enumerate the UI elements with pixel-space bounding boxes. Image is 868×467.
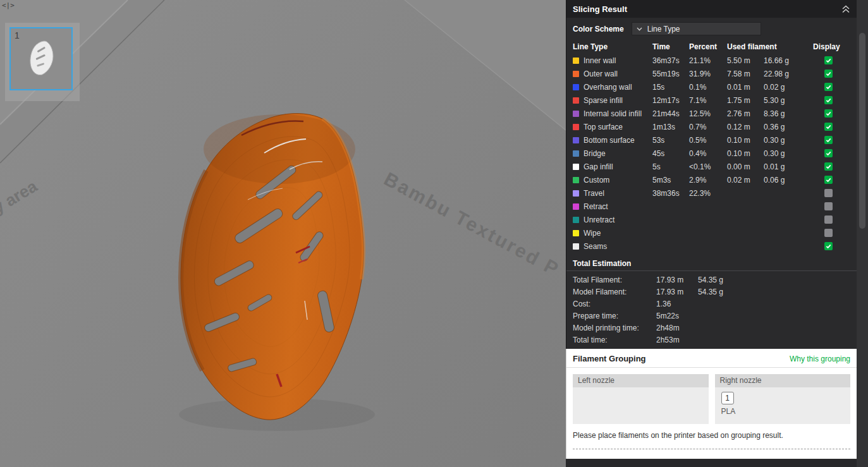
color-scheme-dropdown[interactable]: Line Type [632, 22, 761, 35]
line-type-label: Overhang wall [584, 83, 632, 92]
line-type-color-swatch [573, 58, 579, 64]
line-type-row: Retract [566, 200, 857, 213]
filament-badge[interactable]: 1 [721, 392, 734, 404]
line-type-label: Internal solid infill [584, 109, 642, 118]
line-type-label: Travel [584, 189, 604, 198]
estimation-row: Model printing time:2h48m [566, 322, 857, 334]
line-type-name: Overhang wall [573, 83, 652, 92]
line-type-label: Bridge [584, 149, 606, 158]
line-type-name: Sparse infill [573, 96, 652, 105]
display-checkbox[interactable] [824, 189, 833, 197]
plate-number: 1 [15, 30, 20, 40]
line-type-name: Custom [573, 176, 652, 185]
color-scheme-row: Color Scheme Line Type [566, 18, 857, 39]
display-cell [813, 136, 850, 144]
line-type-meters: 0.00 m [727, 162, 764, 171]
left-nozzle-box: Left nozzle [573, 374, 709, 424]
display-checkbox[interactable] [824, 149, 833, 157]
display-cell [813, 149, 850, 157]
slicer-app-window: Bambu Textured P y area <|> [0, 0, 868, 467]
line-type-row: Inner wall36m37s21.1%5.50 m16.66 g [566, 54, 857, 67]
line-type-time: 36m37s [652, 56, 689, 65]
line-type-grams: 0.30 g [764, 136, 813, 145]
grouping-note: Please place filaments on the printer ba… [566, 424, 857, 440]
estimation-value-1: 5m22s [656, 312, 698, 320]
display-checkbox[interactable] [824, 96, 833, 104]
line-type-meters: 1.75 m [727, 96, 764, 105]
header-percent: Percent [689, 42, 727, 51]
line-type-meters: 5.50 m [727, 56, 764, 65]
line-type-row: Unretract [566, 213, 857, 226]
line-type-time: 38m36s [652, 189, 689, 198]
line-type-grams: 16.66 g [764, 56, 813, 65]
display-checkbox[interactable] [824, 56, 833, 64]
line-type-meters: 0.02 m [727, 176, 764, 185]
line-type-time: 55m19s [652, 70, 689, 78]
estimation-value-1: 17.93 m [656, 288, 698, 296]
filament-grouping-panel: Filament Grouping Why this grouping Left… [566, 349, 857, 459]
display-checkbox[interactable] [824, 70, 833, 78]
line-type-grams: 8.36 g [764, 109, 813, 118]
line-type-time: 45s [652, 149, 689, 158]
line-type-percent: 12.5% [689, 109, 727, 118]
display-checkbox[interactable] [824, 123, 833, 131]
display-cell [813, 229, 850, 237]
display-checkbox[interactable] [824, 83, 833, 91]
line-type-grams: 5.30 g [764, 96, 813, 105]
header-line-type: Line Type [573, 42, 652, 51]
check-icon [826, 150, 831, 156]
display-checkbox[interactable] [824, 109, 833, 118]
plate-thumbnail[interactable]: 1 [9, 27, 73, 90]
check-icon [826, 124, 831, 130]
estimation-label: Total time: [573, 336, 656, 344]
header-display: Display [813, 42, 852, 51]
chevron-down-icon [637, 27, 642, 31]
line-type-row: Outer wall55m19s31.9%7.58 m22.98 g [566, 67, 857, 80]
collapse-panel-button[interactable] [841, 5, 850, 13]
filament-grouping-header: Filament Grouping Why this grouping [566, 349, 857, 368]
slicing-result-panel: Slicing Result Color Scheme Line Type Li… [566, 0, 857, 349]
line-type-color-swatch [573, 190, 579, 197]
estimation-value-1: 17.93 m [656, 276, 698, 284]
line-type-name: Unretract [573, 215, 652, 224]
scrollbar-thumb[interactable] [859, 33, 865, 229]
display-checkbox[interactable] [824, 242, 833, 250]
display-cell [813, 202, 850, 210]
line-type-label: Wipe [584, 229, 601, 238]
line-type-label: Custom [584, 176, 609, 185]
display-checkbox[interactable] [824, 229, 833, 237]
estimation-value-2: 54.35 g [698, 288, 850, 296]
display-checkbox[interactable] [824, 136, 833, 144]
sliced-model-preview[interactable] [172, 111, 374, 427]
line-type-time: 21m44s [652, 109, 689, 118]
line-type-color-swatch [573, 84, 579, 90]
line-type-color-swatch [573, 137, 579, 143]
display-checkbox[interactable] [824, 215, 833, 224]
display-checkbox[interactable] [824, 176, 833, 184]
line-type-table-body: Inner wall36m37s21.1%5.50 m16.66 gOuter … [566, 54, 857, 253]
header-used-filament: Used filament [727, 42, 813, 51]
estimation-label: Model Filament: [573, 288, 656, 296]
display-checkbox[interactable] [824, 202, 833, 210]
line-type-label: Inner wall [584, 56, 616, 65]
check-icon [826, 71, 831, 76]
estimation-row: Cost:1.36 [566, 298, 857, 310]
line-type-meters: 0.10 m [727, 136, 764, 145]
right-nozzle-body: 1 PLA [715, 387, 851, 424]
estimation-row: Model Filament:17.93 m54.35 g [566, 286, 857, 298]
filament-grouping-title: Filament Grouping [573, 354, 646, 363]
right-nozzle-label: Right nozzle [715, 374, 851, 387]
sidebar-collapse-icon[interactable]: <|> [2, 1, 15, 9]
line-type-color-swatch [573, 243, 579, 250]
panel-bottom-strip [566, 459, 857, 467]
why-this-grouping-link[interactable]: Why this grouping [790, 355, 850, 363]
left-nozzle-body [573, 387, 709, 424]
filament-type-label: PLA [721, 407, 845, 416]
estimation-label: Model printing time: [573, 324, 656, 332]
display-checkbox[interactable] [824, 162, 833, 171]
panel-scrollbar[interactable] [857, 0, 868, 467]
line-type-name: Retract [573, 202, 652, 211]
line-type-grams: 0.06 g [764, 176, 813, 185]
line-type-color-swatch [573, 230, 579, 236]
display-cell [813, 176, 850, 184]
